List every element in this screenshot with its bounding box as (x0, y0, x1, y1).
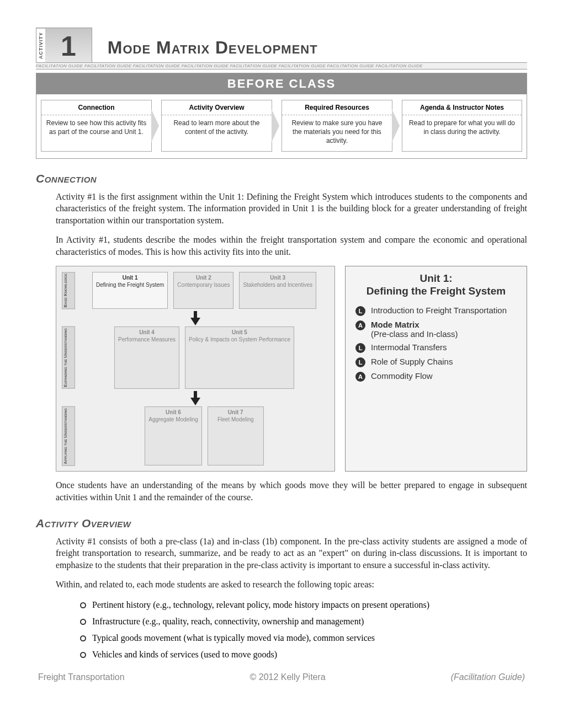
unit1-box: Unit 1: Defining the Freight System L In… (345, 266, 527, 472)
header: ACTIVITY 1 Mode Matrix Development (36, 28, 527, 62)
unit-head: Unit 5 (189, 329, 290, 336)
unit-item-sub: (Pre-class and In-class) (371, 329, 458, 339)
unit-head: Unit 4 (118, 329, 176, 336)
before-class-box: BEFORE CLASS Connection Review to see ho… (36, 73, 527, 159)
unit-item-text: Introduction to Freight Transportation (371, 306, 507, 315)
unit-cell: Unit 1 Defining the Freight System (92, 272, 168, 309)
course-diagram: Base Knowledge Unit 1 Defining the Freig… (56, 266, 335, 472)
unit-item-text: Intermodal Transfers (371, 342, 447, 352)
unit-item: A Commodity Flow (355, 371, 517, 382)
arrow-down-icon (62, 389, 329, 406)
connection-p3: Once students have an understanding of t… (56, 479, 527, 503)
footer: Freight Transportation © 2012 Kelly Pite… (36, 672, 527, 682)
unit-text: Policy & Impacts on System Performance (189, 336, 290, 343)
svg-rect-2 (194, 391, 197, 399)
unit-text: Defining the Freight System (96, 282, 164, 288)
chevron-icon (392, 109, 400, 142)
footer-left: Freight Transportation (38, 672, 125, 682)
card-title: Activity Overview (162, 100, 272, 115)
card-title: Required Resources (282, 100, 392, 115)
before-class-header: BEFORE CLASS (36, 73, 527, 94)
diagram-row: Base Knowledge Unit 1 Defining the Freig… (56, 266, 527, 472)
unit-cell: Unit 5 Policy & Impacts on System Perfor… (185, 326, 294, 389)
unit-head: Unit 2 (177, 275, 230, 281)
badge-A-icon: A (355, 372, 365, 382)
footer-right: (Facilitation Guide) (451, 672, 525, 682)
unit-text: Fleet Modeling (211, 416, 260, 423)
diagram-row-1: Base Knowledge Unit 1 Defining the Freig… (62, 272, 329, 309)
badge-L-icon: L (355, 306, 365, 316)
unit-item: L Introduction to Freight Transportation (355, 306, 517, 316)
arrow-down-icon (62, 309, 329, 326)
unit-cell: Unit 4 Performance Measures (114, 326, 179, 389)
page: ACTIVITY 1 Mode Matrix Development FACIL… (0, 0, 563, 699)
unit-cell: Unit 6 Aggregate Modeling (145, 406, 202, 466)
unit-text: Aggregate Modeling (148, 416, 198, 423)
connection-heading: Connection (36, 172, 527, 185)
unit-head: Unit 6 (148, 409, 198, 416)
card-title: Agenda & Instructor Notes (402, 100, 522, 115)
unit-cell: Unit 2 Contemporary Issues (173, 272, 233, 309)
badge-A-icon: A (355, 320, 365, 330)
card-title: Connection (41, 100, 151, 115)
unitbox-title: Unit 1: Defining the Freight System (355, 272, 517, 298)
diagram-row-3: Applying the Understanding Unit 6 Aggreg… (62, 406, 329, 466)
unit-item-text: Commodity Flow (371, 371, 433, 381)
activity-label: ACTIVITY (36, 29, 45, 62)
unit-item-main: Mode Matrix (371, 320, 419, 329)
diagram-row-2: Expanding the Understanding Unit 4 Perfo… (62, 326, 329, 389)
connection-p2: In Activity #1, students describe the mo… (56, 234, 527, 258)
svg-marker-1 (190, 318, 200, 325)
unitbox-title-text: Unit 1: Defining the Freight System (367, 272, 506, 297)
svg-marker-3 (190, 398, 200, 405)
card-body: Review to see how this activity fits as … (41, 115, 151, 142)
card-agenda: Agenda & Instructor Notes Read to prepar… (402, 100, 522, 152)
footer-center: © 2012 Kelly Pitera (250, 672, 326, 682)
topic-list: Pertinent history (e.g., technology, rel… (80, 598, 527, 661)
unit-head: Unit 7 (211, 409, 260, 416)
unit-text: Stakeholders and Incentives (243, 282, 312, 288)
card-body: Review to make sure you have the materia… (282, 115, 392, 151)
unit-item-text: Mode Matrix (Pre-class and In-class) (371, 320, 458, 339)
topic-item: Typical goods movement (what is typicall… (80, 631, 527, 645)
overview-p2: Within, and related to, each mode studen… (56, 579, 527, 591)
unit-cell: Unit 3 Stakeholders and Incentives (239, 272, 316, 309)
unit-item: L Role of Supply Chains (355, 357, 517, 367)
activity-number: 1 (45, 28, 92, 62)
topic-item: Infrastructure (e.g., quality, reach, co… (80, 615, 527, 628)
chevron-icon (151, 109, 159, 142)
card-row: Connection Review to see how this activi… (36, 94, 527, 158)
unit-cell: Unit 7 Fleet Modeling (208, 406, 264, 466)
badge-L-icon: L (355, 343, 365, 353)
card-resources: Required Resources Review to make sure y… (282, 100, 402, 152)
row-label: Base Knowledge (62, 272, 75, 309)
activity-tab: ACTIVITY 1 (36, 28, 92, 62)
overview-p1: Activity #1 consists of both a pre-class… (56, 536, 527, 571)
facilitation-strip: FACILITATION GUIDE FACILITATION GUIDE FA… (36, 62, 527, 69)
unit-text: Performance Measures (118, 336, 176, 343)
card-body: Read to learn more about the content of … (162, 115, 272, 142)
connection-p1: Activity #1 is the first assignment with… (56, 191, 527, 227)
topic-item: Vehicles and kinds of services (used to … (80, 648, 527, 661)
svg-rect-0 (194, 311, 197, 319)
badge-L-icon: L (355, 357, 365, 367)
unit-head: Unit 3 (243, 275, 312, 281)
unit-text: Contemporary Issues (177, 282, 230, 288)
unit-item-active: A Mode Matrix (Pre-class and In-class) (355, 320, 517, 339)
card-body: Read to prepare for what you will do in … (402, 115, 522, 142)
chevron-icon (272, 109, 279, 142)
card-connection: Connection Review to see how this activi… (41, 100, 161, 152)
overview-heading: Activity Overview (36, 517, 527, 530)
unit-item-text: Role of Supply Chains (371, 357, 453, 366)
topic-item: Pertinent history (e.g., technology, rel… (80, 598, 527, 612)
row-label: Expanding the Understanding (62, 326, 75, 389)
page-title: Mode Matrix Development (92, 38, 318, 62)
unit-item: L Intermodal Transfers (355, 342, 517, 353)
unit-head: Unit 1 (96, 275, 164, 281)
card-overview: Activity Overview Read to learn more abo… (161, 100, 282, 152)
row-label: Applying the Understanding (62, 406, 75, 466)
